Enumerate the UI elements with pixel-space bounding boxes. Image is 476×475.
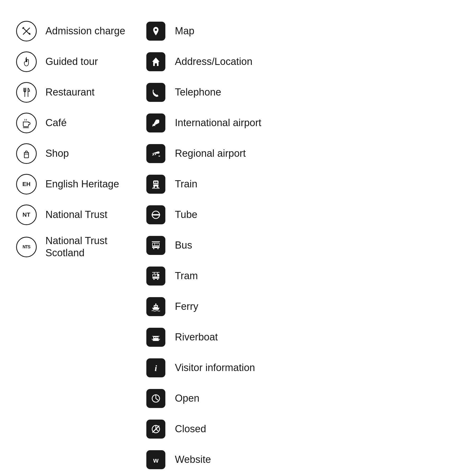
address-label: Address/Location (175, 56, 253, 68)
guided-tour-icon (16, 51, 37, 72)
svg-rect-9 (155, 63, 157, 66)
cafe-icon (16, 112, 37, 134)
address-icon (145, 51, 166, 72)
train-label: Train (175, 178, 197, 190)
national-trust-text: NT (22, 211, 30, 218)
legend-item-restaurant: Restaurant (16, 77, 145, 108)
telephone-label: Telephone (175, 86, 221, 98)
national-trust-scotland-icon: NTS (16, 236, 37, 258)
restaurant-icon (16, 82, 37, 103)
svg-rect-25 (157, 243, 159, 245)
map-label: Map (175, 25, 194, 37)
svg-rect-10 (158, 156, 160, 156)
telephone-icon (145, 82, 166, 103)
bus-icon (145, 235, 166, 256)
map-icon (145, 21, 166, 42)
legend-grid: Admission charge Guided tour (16, 16, 275, 475)
shop-icon (16, 143, 37, 164)
left-column: Admission charge Guided tour (16, 16, 145, 264)
closed-label: Closed (175, 423, 206, 435)
svg-rect-47 (157, 337, 158, 338)
svg-rect-46 (156, 337, 157, 338)
legend-item-website: w Website (145, 444, 275, 475)
svg-rect-12 (154, 182, 156, 183)
legend-item-closed: Closed (145, 414, 275, 444)
tube-icon (145, 204, 166, 225)
right-column: Map Address/Location (145, 16, 275, 475)
legend-item-national-trust: NT National Trust (16, 200, 145, 230)
bus-label: Bus (175, 239, 192, 251)
intl-airport-label: International airport (175, 117, 261, 129)
train-icon (145, 174, 166, 195)
svg-rect-40 (155, 306, 156, 307)
legend-item-national-trust-scotland: NTS National Trust Scotland (16, 230, 145, 264)
english-heritage-icon: EH (16, 174, 37, 195)
intl-airport-icon (145, 112, 166, 134)
cafe-label: Café (45, 117, 67, 129)
reg-airport-icon (145, 143, 166, 164)
open-label: Open (175, 392, 199, 405)
svg-point-7 (155, 29, 157, 31)
national-trust-label: National Trust (45, 209, 107, 221)
website-icon: w (145, 449, 166, 470)
svg-rect-24 (155, 243, 157, 245)
english-heritage-label: English Heritage (45, 178, 119, 190)
national-trust-scotland-text: NTS (23, 245, 30, 249)
svg-rect-23 (153, 243, 155, 245)
svg-text:w: w (153, 456, 159, 464)
closed-icon (145, 419, 166, 440)
legend-item-cafe: Café (16, 108, 145, 138)
riverboat-label: Riverboat (175, 331, 218, 343)
ferry-label: Ferry (175, 301, 198, 313)
svg-text:i: i (155, 363, 157, 373)
svg-rect-32 (155, 274, 157, 276)
guided-tour-label: Guided tour (45, 56, 98, 68)
svg-rect-41 (156, 306, 157, 307)
tram-icon (145, 265, 166, 287)
svg-point-28 (157, 248, 159, 249)
legend-item-tram: Tram (145, 261, 275, 291)
legend-item-tube: Tube (145, 200, 275, 230)
legend-item-visitor-info: i Visitor information (145, 353, 275, 383)
legend-item-riverboat: Riverboat (145, 322, 275, 353)
legend-item-bus: Bus (145, 230, 275, 261)
legend-item-open: Open (145, 383, 275, 414)
legend-item-ferry: Ferry (145, 291, 275, 322)
legend-item-address: Address/Location (145, 46, 275, 77)
legend-item-english-heritage: EH English Heritage (16, 169, 145, 200)
shop-label: Shop (45, 148, 69, 160)
svg-rect-45 (154, 337, 155, 338)
legend-item-shop: Shop (16, 138, 145, 169)
svg-rect-39 (154, 305, 158, 308)
svg-point-34 (153, 278, 155, 280)
tube-label: Tube (175, 209, 197, 221)
admission-charge-icon (16, 21, 37, 42)
svg-rect-13 (156, 182, 157, 183)
legend-item-reg-airport: Regional airport (145, 138, 275, 169)
english-heritage-text: EH (22, 181, 31, 188)
legend-item-admission-charge: Admission charge (16, 16, 145, 46)
tram-label: Tram (175, 270, 198, 282)
website-label: Website (175, 454, 211, 466)
svg-rect-11 (153, 180, 158, 186)
svg-rect-42 (155, 303, 156, 305)
svg-point-35 (157, 278, 158, 280)
svg-point-27 (153, 248, 155, 249)
riverboat-icon (145, 327, 166, 348)
legend-item-train: Train (145, 169, 275, 200)
legend-item-intl-airport: International airport (145, 108, 275, 138)
reg-airport-label: Regional airport (175, 148, 246, 160)
open-icon (145, 388, 166, 409)
restaurant-label: Restaurant (45, 86, 95, 98)
admission-charge-label: Admission charge (45, 25, 125, 37)
legend-item-telephone: Telephone (145, 77, 275, 108)
ferry-icon (145, 296, 166, 317)
national-trust-icon: NT (16, 204, 37, 225)
national-trust-scotland-label: National Trust Scotland (45, 235, 145, 259)
legend-item-map: Map (145, 16, 275, 46)
svg-rect-31 (153, 274, 155, 276)
legend-item-guided-tour: Guided tour (16, 46, 145, 77)
visitor-info-label: Visitor information (175, 362, 255, 374)
visitor-info-icon: i (145, 357, 166, 378)
